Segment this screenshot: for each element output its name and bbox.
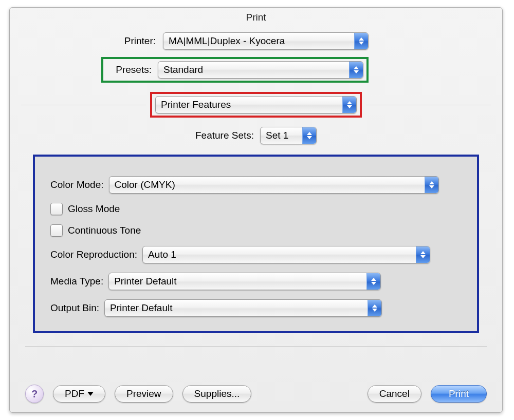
printer-row: Printer: MA|MML|Duplex - Kyocera (109, 32, 502, 50)
output-bin-popup[interactable]: Printer Default (104, 299, 382, 317)
svg-marker-8 (429, 181, 434, 184)
feature-panel: Color Mode: Color (CMYK) Gloss Mode Cont… (33, 155, 479, 333)
bottom-bar: ? PDF Preview Supplies... Cancel Print (10, 385, 502, 403)
feature-sets-popup[interactable]: Set 1 (260, 127, 317, 144)
continuous-tone-checkbox[interactable] (50, 224, 63, 237)
updown-arrows-icon (342, 97, 356, 113)
section-popup[interactable]: Printer Features (155, 96, 357, 113)
presets-popup[interactable]: Standard (158, 61, 363, 79)
divider-line (21, 105, 146, 105)
presets-label: Presets: (106, 64, 152, 75)
section-highlight: Printer Features (150, 92, 362, 118)
preview-button-label: Preview (126, 388, 161, 399)
svg-marker-0 (359, 37, 364, 41)
updown-arrows-icon (368, 300, 381, 316)
divider-line (366, 105, 491, 105)
color-reproduction-row: Color Reproduction: Auto 1 (50, 246, 462, 263)
updown-arrows-icon (302, 127, 316, 144)
svg-marker-12 (371, 278, 376, 281)
section-value: Printer Features (156, 99, 342, 110)
color-mode-label: Color Mode: (50, 179, 104, 190)
help-icon: ? (31, 388, 38, 400)
cancel-button-label: Cancel (379, 388, 410, 399)
gloss-mode-row: Gloss Mode (50, 203, 462, 215)
output-bin-label: Output Bin: (50, 302, 99, 314)
svg-marker-2 (354, 66, 359, 69)
presets-highlight: Presets: Standard (101, 57, 502, 83)
color-mode-value: Color (CMYK) (109, 179, 425, 190)
gloss-mode-label: Gloss Mode (68, 203, 120, 215)
svg-marker-13 (371, 282, 376, 285)
media-type-value: Printer Default (109, 276, 366, 287)
pdf-button-label: PDF (65, 388, 84, 399)
color-mode-row: Color Mode: Color (CMYK) (50, 176, 462, 194)
svg-marker-14 (372, 304, 377, 308)
svg-marker-5 (347, 105, 352, 108)
svg-marker-7 (307, 136, 312, 139)
svg-marker-3 (354, 70, 359, 73)
triangle-down-icon (87, 392, 94, 396)
cancel-button[interactable]: Cancel (368, 385, 421, 403)
color-reproduction-label: Color Reproduction: (50, 249, 137, 260)
top-area: Printer: MA|MML|Duplex - Kyocera Presets… (10, 29, 502, 347)
continuous-tone-row: Continuous Tone (50, 224, 462, 237)
supplies-button-label: Supplies... (194, 388, 240, 399)
feature-sets-value: Set 1 (261, 130, 302, 141)
presets-value: Standard (158, 64, 349, 75)
svg-marker-6 (307, 132, 312, 135)
print-button[interactable]: Print (431, 385, 487, 403)
svg-marker-11 (420, 255, 426, 258)
color-reproduction-popup[interactable]: Auto 1 (142, 246, 430, 263)
help-button[interactable]: ? (25, 385, 44, 403)
feature-sets-row: Feature Sets: Set 1 (10, 127, 502, 144)
updown-arrows-icon (354, 33, 368, 49)
pdf-button[interactable]: PDF (53, 385, 105, 403)
bottom-divider (25, 347, 487, 347)
preview-button[interactable]: Preview (115, 385, 173, 403)
updown-arrows-icon (416, 246, 430, 263)
printer-value: MA|MML|Duplex - Kyocera (163, 35, 354, 47)
feature-sets-label: Feature Sets: (195, 130, 254, 141)
svg-marker-1 (359, 42, 364, 45)
svg-marker-4 (347, 101, 352, 104)
print-button-label: Print (449, 388, 469, 399)
print-dialog: Print Printer: MA|MML|Duplex - Kyocera P… (9, 7, 503, 413)
svg-marker-15 (372, 309, 377, 312)
supplies-button[interactable]: Supplies... (182, 385, 252, 403)
window-title: Print (10, 8, 502, 29)
output-bin-value: Printer Default (105, 302, 368, 314)
svg-marker-10 (420, 251, 426, 254)
color-reproduction-value: Auto 1 (143, 249, 416, 260)
updown-arrows-icon (366, 273, 380, 290)
media-type-row: Media Type: Printer Default (50, 273, 462, 290)
printer-popup[interactable]: MA|MML|Duplex - Kyocera (163, 32, 369, 50)
media-type-label: Media Type: (50, 276, 103, 287)
svg-marker-9 (429, 185, 434, 188)
printer-label: Printer: (109, 35, 156, 47)
updown-arrows-icon (425, 177, 438, 193)
section-row: Printer Features (10, 92, 502, 118)
color-mode-popup[interactable]: Color (CMYK) (109, 176, 439, 194)
updown-arrows-icon (349, 62, 363, 78)
media-type-popup[interactable]: Printer Default (108, 273, 381, 290)
continuous-tone-label: Continuous Tone (68, 225, 141, 236)
gloss-mode-checkbox[interactable] (50, 203, 63, 215)
output-bin-row: Output Bin: Printer Default (50, 299, 462, 317)
